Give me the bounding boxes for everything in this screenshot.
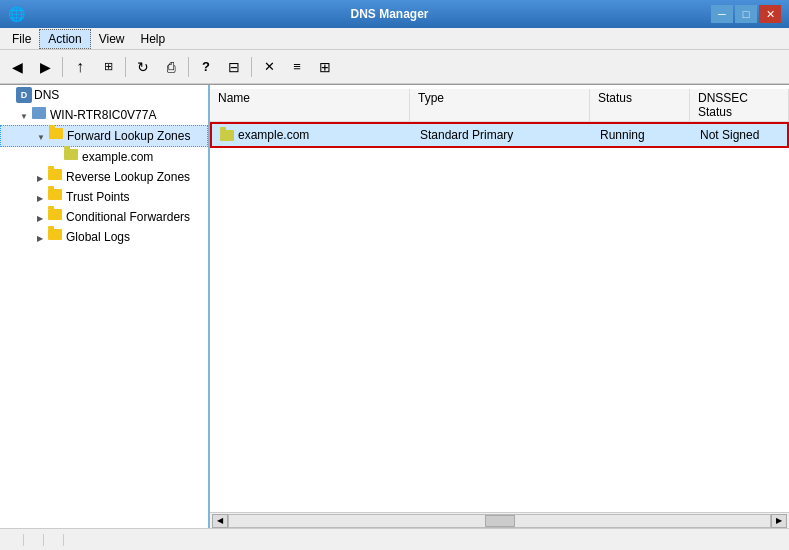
title-bar: 🌐 DNS Manager ─ □ ✕ — [0, 0, 789, 28]
toolbar-sep-2 — [125, 57, 126, 77]
toolbar-sep-1 — [62, 57, 63, 77]
tree-label-conditional-forwarders: Conditional Forwarders — [66, 210, 190, 224]
row-name-text: example.com — [238, 128, 309, 142]
tree-item-server[interactable]: WIN-RTR8IC0V77A — [0, 105, 208, 125]
expand-global-logs[interactable] — [32, 232, 48, 243]
tree-label-example-com: example.com — [82, 150, 153, 164]
window-title: DNS Manager — [68, 7, 711, 21]
expand-forward-lookup[interactable] — [33, 131, 49, 142]
folder-icon-conditional — [48, 209, 64, 225]
col-header-dnssec[interactable]: DNSSEC Status — [690, 89, 789, 121]
up-button[interactable]: ↑ — [67, 54, 93, 80]
col-header-status[interactable]: Status — [590, 89, 690, 121]
col-header-name[interactable]: Name — [210, 89, 410, 121]
maximize-button[interactable]: □ — [735, 5, 757, 23]
toolbar-sep-4 — [251, 57, 252, 77]
toolbar-sep-3 — [188, 57, 189, 77]
tree-item-trust-points[interactable]: Trust Points — [0, 187, 208, 207]
toolbar: ◀ ▶ ↑ ⊞ ↻ ⎙ ? ⊟ ✕ ≡ ⊞ — [0, 50, 789, 84]
expand-server[interactable] — [16, 110, 32, 121]
new-prop-button[interactable]: ⊞ — [312, 54, 338, 80]
close-button[interactable]: ✕ — [759, 5, 781, 23]
zone-icon-example — [64, 149, 80, 165]
refresh-button[interactable]: ↻ — [130, 54, 156, 80]
folder-icon-global-logs — [48, 229, 64, 245]
tree-label-dns: DNS — [34, 88, 59, 102]
tree-label-reverse-lookup: Reverse Lookup Zones — [66, 170, 190, 184]
window-controls: ─ □ ✕ — [711, 5, 781, 23]
menu-view[interactable]: View — [91, 30, 133, 48]
app-icon: 🌐 — [8, 6, 25, 22]
new-window-button[interactable]: ⊟ — [221, 54, 247, 80]
status-segment-1 — [4, 534, 24, 546]
status-segment-2 — [24, 534, 44, 546]
zone-icon-row — [220, 130, 234, 141]
tree-item-forward-lookup[interactable]: Forward Lookup Zones — [0, 125, 208, 147]
tree-label-global-logs: Global Logs — [66, 230, 130, 244]
col-header-type[interactable]: Type — [410, 89, 590, 121]
tree-panel: D DNS WIN-RTR8IC0V77A Forward Lookup Zon… — [0, 85, 210, 528]
delete-button[interactable]: ✕ — [256, 54, 282, 80]
menu-help[interactable]: Help — [133, 30, 174, 48]
expand-trust-points[interactable] — [32, 192, 48, 203]
table-row[interactable]: example.com Standard Primary Running Not… — [210, 122, 789, 148]
tree-item-dns[interactable]: D DNS — [0, 85, 208, 105]
expand-conditional-forwarders[interactable] — [32, 212, 48, 223]
status-segment-3 — [44, 534, 64, 546]
cell-dnssec: Not Signed — [692, 126, 787, 144]
forward-button[interactable]: ▶ — [32, 54, 58, 80]
show-hide-button[interactable]: ⊞ — [95, 54, 121, 80]
menu-action[interactable]: Action — [39, 29, 90, 49]
tree-item-global-logs[interactable]: Global Logs — [0, 227, 208, 247]
status-bar — [0, 528, 789, 550]
tree-item-conditional-forwarders[interactable]: Conditional Forwarders — [0, 207, 208, 227]
computer-icon — [32, 107, 48, 123]
detail-body: example.com Standard Primary Running Not… — [210, 122, 789, 512]
horizontal-scrollbar[interactable]: ◀ ▶ — [210, 512, 789, 528]
scroll-track[interactable] — [228, 514, 771, 528]
tree-label-trust-points: Trust Points — [66, 190, 130, 204]
folder-icon-trust — [48, 189, 64, 205]
help-button[interactable]: ? — [193, 54, 219, 80]
tree-label-forward-lookup: Forward Lookup Zones — [67, 129, 190, 143]
scroll-right-button[interactable]: ▶ — [771, 514, 787, 528]
detail-panel: Name Type Status DNSSEC Status example.c… — [210, 85, 789, 528]
menu-bar: File Action View Help — [0, 28, 789, 50]
folder-icon-reverse — [48, 169, 64, 185]
export-button[interactable]: ⎙ — [158, 54, 184, 80]
menu-file[interactable]: File — [4, 30, 39, 48]
back-button[interactable]: ◀ — [4, 54, 30, 80]
main-content: D DNS WIN-RTR8IC0V77A Forward Lookup Zon… — [0, 84, 789, 528]
dns-icon: D — [16, 87, 32, 103]
tree-item-example-com[interactable]: example.com — [0, 147, 208, 167]
tree-item-reverse-lookup[interactable]: Reverse Lookup Zones — [0, 167, 208, 187]
scroll-thumb[interactable] — [485, 515, 515, 527]
expand-reverse-lookup[interactable] — [32, 172, 48, 183]
cell-name: example.com — [212, 126, 412, 144]
tree-label-server: WIN-RTR8IC0V77A — [50, 108, 156, 122]
column-headers: Name Type Status DNSSEC Status — [210, 85, 789, 122]
scroll-left-button[interactable]: ◀ — [212, 514, 228, 528]
cell-type: Standard Primary — [412, 126, 592, 144]
properties-button[interactable]: ≡ — [284, 54, 310, 80]
minimize-button[interactable]: ─ — [711, 5, 733, 23]
folder-icon-forward — [49, 128, 65, 144]
cell-status: Running — [592, 126, 692, 144]
